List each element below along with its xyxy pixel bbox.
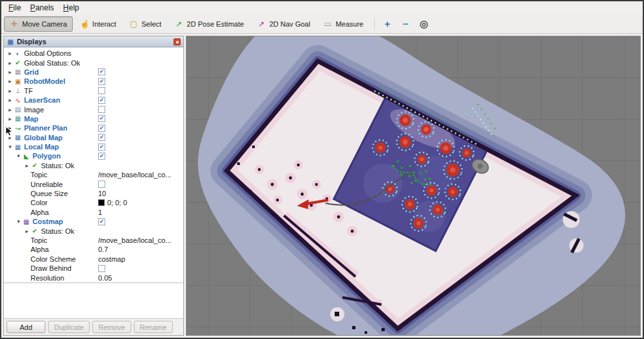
- visibility-checkbox[interactable]: [98, 265, 105, 272]
- toolbar: ✛Move Camera☝Interact▢Select↗2D Pose Est…: [1, 14, 643, 34]
- polygon-icon: ◣: [22, 153, 31, 160]
- expander-icon[interactable]: ▾: [15, 218, 22, 225]
- visibility-checkbox[interactable]: ✔: [98, 115, 105, 122]
- tree-row-alpha[interactable]: Alpha0.7: [4, 245, 183, 254]
- row-label: Global Status: Ok: [24, 59, 80, 67]
- tree-row-resolution[interactable]: Resolution0.05: [4, 273, 183, 282]
- tree-row-global-options[interactable]: ▸◐Global Options: [4, 49, 183, 58]
- property-value[interactable]: costmap: [98, 255, 125, 263]
- row-label: Queue Size: [31, 190, 68, 197]
- expander-icon[interactable]: ▸: [6, 78, 14, 84]
- tree-row-status-ok[interactable]: ▸✔Status: Ok: [4, 161, 183, 170]
- menu-panels[interactable]: Panels: [25, 2, 58, 14]
- property-value[interactable]: 0.7: [98, 245, 108, 253]
- focus-camera-button[interactable]: ◎: [417, 17, 431, 31]
- expander-icon[interactable]: ▸: [6, 116, 14, 122]
- ok-icon: ✔: [14, 59, 22, 66]
- displays-icon: ▣: [6, 38, 14, 45]
- rviz-window: FilePanelsHelp ✛Move Camera☝Interact▢Sel…: [0, 0, 644, 339]
- tree-row-tf[interactable]: ▸⊥TF: [4, 86, 183, 95]
- add-button[interactable]: Add: [6, 321, 45, 333]
- tree-row-status-ok[interactable]: ▸✔Status: Ok: [4, 226, 183, 235]
- visibility-checkbox[interactable]: ✔: [98, 218, 105, 225]
- tool-measure[interactable]: ▭Measure: [317, 16, 369, 32]
- visibility-checkbox[interactable]: ✔: [98, 68, 105, 75]
- duplicate-button[interactable]: Duplicate: [48, 321, 90, 333]
- color-swatch[interactable]: [98, 199, 105, 206]
- visibility-checkbox[interactable]: ✔: [98, 97, 105, 104]
- tree-row-robotmodel[interactable]: ▸▣RobotModel✔: [4, 77, 183, 86]
- add-tool-button[interactable]: +: [380, 17, 394, 31]
- tree-row-draw-behind[interactable]: Draw Behind: [4, 264, 183, 273]
- expander-icon[interactable]: ▸: [6, 60, 14, 66]
- tool-label: 2D Nav Goal: [269, 20, 310, 28]
- row-label: Topic: [31, 171, 47, 179]
- toolbar-extras: +−◎: [380, 17, 431, 31]
- tree-row-unreliable[interactable]: Unreliable: [4, 179, 183, 188]
- row-label: Alpha: [31, 245, 49, 253]
- remove-tool-button[interactable]: −: [398, 17, 413, 31]
- tool-select[interactable]: ▢Select: [123, 16, 168, 32]
- property-value[interactable]: 0.05: [98, 274, 112, 282]
- content-area: ▣ Displays ▸◐Global Options▸✔Global Stat…: [1, 34, 643, 338]
- tree-row-image[interactable]: ▸▤Image: [4, 105, 183, 114]
- expander-icon[interactable]: ▸: [6, 69, 14, 75]
- visibility-checkbox[interactable]: [98, 181, 105, 188]
- visibility-checkbox[interactable]: ✔: [98, 134, 105, 141]
- expander-icon[interactable]: ▸: [6, 88, 14, 94]
- remove-button[interactable]: Remove: [92, 321, 131, 333]
- property-value[interactable]: 10: [98, 190, 106, 197]
- property-value[interactable]: /move_base/local_co...: [98, 171, 172, 179]
- tree-row-global-status-ok[interactable]: ▸✔Global Status: Ok: [4, 58, 183, 67]
- tool-2d-pose-estimate[interactable]: ↗2D Pose Estimate: [168, 16, 250, 32]
- tree-row-color[interactable]: Color0; 0; 0: [4, 198, 183, 207]
- pose-estimate-icon: ↗: [174, 19, 183, 29]
- tree-row-polygon[interactable]: ▾◣Polygon✔: [4, 151, 183, 160]
- displays-panel: ▣ Displays ▸◐Global Options▸✔Global Stat…: [3, 36, 184, 336]
- visibility-checkbox[interactable]: [98, 87, 105, 94]
- visibility-checkbox[interactable]: [98, 106, 105, 113]
- tree-row-topic[interactable]: Topic/move_base/local_co...: [4, 236, 183, 245]
- menu-bar: FilePanelsHelp: [1, 1, 643, 14]
- tree-row-alpha[interactable]: Alpha1: [4, 208, 183, 217]
- expander-icon[interactable]: ▸: [6, 50, 14, 56]
- menu-file[interactable]: File: [4, 2, 25, 14]
- expander-icon[interactable]: ▸: [6, 97, 14, 103]
- tree-empty-area: [4, 283, 183, 318]
- property-value[interactable]: 1: [98, 208, 102, 216]
- visibility-checkbox[interactable]: ✔: [98, 125, 105, 132]
- ok-icon: ✔: [31, 162, 39, 169]
- tree-row-global-map[interactable]: ▸▦Global Map✔: [4, 133, 183, 142]
- expander-icon[interactable]: ▸: [6, 134, 14, 141]
- tree-row-laserscan[interactable]: ▸∿LaserScan✔: [4, 95, 183, 105]
- tool-2d-nav-goal[interactable]: ↗2D Nav Goal: [251, 16, 316, 32]
- close-icon[interactable]: [174, 38, 181, 45]
- menu-help[interactable]: Help: [58, 2, 84, 14]
- tree-row-color-scheme[interactable]: Color Schemecostmap: [4, 255, 183, 264]
- rename-button[interactable]: Rename: [134, 321, 173, 333]
- expander-icon[interactable]: ▸: [6, 125, 14, 131]
- tree-row-map[interactable]: ▸▦Map✔: [4, 114, 183, 123]
- 3d-viewport[interactable]: [186, 36, 641, 336]
- tool-interact[interactable]: ☝Interact: [74, 16, 122, 32]
- displays-panel-header[interactable]: ▣ Displays: [4, 36, 183, 47]
- visibility-checkbox[interactable]: ✔: [98, 144, 105, 151]
- expander-icon[interactable]: ▾: [15, 153, 22, 159]
- tree-row-grid[interactable]: ▸▦Grid✔: [4, 68, 183, 77]
- visibility-checkbox[interactable]: ✔: [98, 153, 105, 160]
- tree-row-queue-size[interactable]: Queue Size10: [4, 189, 183, 198]
- tree-row-local-map[interactable]: ▾▦Local Map✔: [4, 142, 183, 151]
- property-value[interactable]: 0; 0; 0: [107, 199, 127, 207]
- tf-icon: ⊥: [14, 87, 22, 94]
- row-label: LaserScan: [24, 96, 60, 104]
- property-value[interactable]: /move_base/local_co...: [98, 236, 172, 244]
- tree-row-topic[interactable]: Topic/move_base/local_co...: [4, 170, 183, 179]
- expander-icon[interactable]: ▾: [6, 144, 14, 150]
- tree-row-costmap[interactable]: ▾▦Costmap✔: [4, 217, 183, 226]
- tool-move-camera[interactable]: ✛Move Camera: [4, 16, 73, 32]
- expander-icon[interactable]: ▸: [23, 228, 31, 234]
- expander-icon[interactable]: ▸: [6, 107, 14, 113]
- tree-row-planner-plan[interactable]: ▸↝Planner Plan✔: [4, 123, 183, 132]
- expander-icon[interactable]: ▸: [23, 162, 31, 169]
- visibility-checkbox[interactable]: ✔: [98, 78, 105, 85]
